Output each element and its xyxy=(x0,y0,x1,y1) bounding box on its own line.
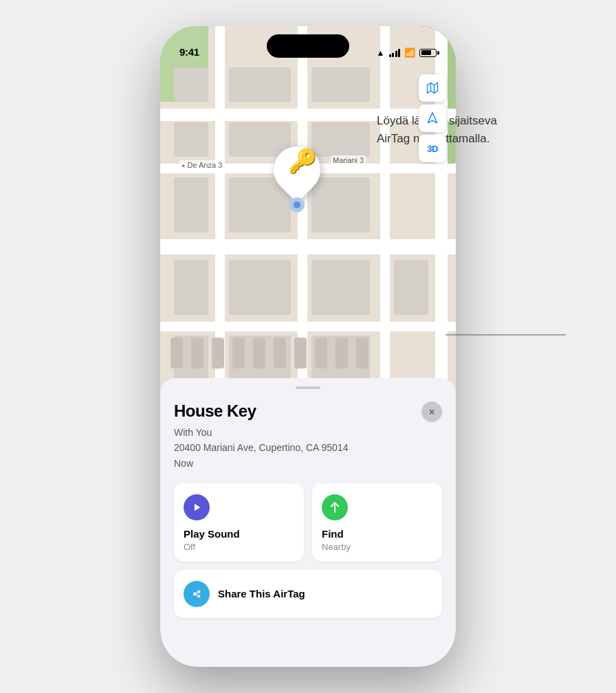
parking-spot xyxy=(356,338,368,368)
share-label: Share This AirTag xyxy=(218,588,305,600)
city-block xyxy=(174,177,208,232)
3d-button[interactable]: 3D xyxy=(419,135,446,162)
sheet-header: House Key × xyxy=(174,402,442,422)
map-type-button[interactable] xyxy=(419,74,446,102)
play-sound-sublabel: Off xyxy=(184,542,294,552)
map-label-mariani: Mariani 3 xyxy=(331,155,366,165)
device-time: Now xyxy=(174,456,442,471)
status-time: 9:41 xyxy=(179,46,199,58)
battery-icon xyxy=(419,49,437,57)
parking-spot xyxy=(191,338,204,368)
parking-spot xyxy=(315,338,327,368)
parking-spot xyxy=(294,338,307,368)
find-nearby-card[interactable]: Find Nearby xyxy=(312,483,442,562)
location-pin[interactable]: 🔑 xyxy=(274,146,320,193)
find-nearby-label: Find xyxy=(322,527,432,541)
play-sound-label: Play Sound xyxy=(184,527,294,541)
device-title: House Key xyxy=(174,402,256,421)
parking-spot xyxy=(170,338,183,368)
city-block xyxy=(394,260,428,315)
city-block xyxy=(174,260,208,315)
find-nearby-sublabel: Nearby xyxy=(322,542,432,552)
bottom-sheet: House Key × With You 20400 Mariani Ave, … xyxy=(160,378,456,667)
annotation-arrow xyxy=(446,334,569,336)
parking-area xyxy=(170,322,449,384)
parking-spot xyxy=(212,338,224,368)
location-button[interactable] xyxy=(419,104,446,132)
parking-spot xyxy=(232,338,245,368)
action-row: Play Sound Off Find Nearby xyxy=(174,483,442,562)
map-controls: 3D xyxy=(419,74,446,162)
device-info: With You 20400 Mariani Ave, Cupertino, C… xyxy=(174,425,442,471)
parking-spot xyxy=(253,338,265,368)
dynamic-island xyxy=(267,34,349,58)
parking-spot xyxy=(336,338,348,368)
share-icon xyxy=(184,581,210,607)
signal-icon xyxy=(389,49,401,57)
city-block xyxy=(174,67,208,102)
svg-marker-0 xyxy=(195,504,200,512)
find-nearby-icon xyxy=(322,494,348,520)
key-emoji: 🔑 xyxy=(288,147,317,175)
road-horizontal xyxy=(160,239,456,254)
sheet-handle xyxy=(296,386,320,389)
play-sound-icon xyxy=(184,494,210,520)
close-button[interactable]: × xyxy=(421,402,442,422)
city-block xyxy=(311,260,370,315)
map-area[interactable]: ● De Anza 3 Mariani 3 🔑 xyxy=(160,26,456,397)
svg-point-1 xyxy=(193,592,197,595)
road-horizontal xyxy=(160,109,456,121)
device-subtitle: With You xyxy=(174,425,442,440)
pin-bubble: 🔑 xyxy=(264,137,330,203)
play-sound-card[interactable]: Play Sound Off xyxy=(174,483,304,562)
phone-frame: 9:41 ▲ 📶 xyxy=(160,26,456,667)
map-background: ● De Anza 3 Mariani 3 🔑 xyxy=(160,26,456,397)
device-address: 20400 Mariani Ave, Cupertino, CA 95014 xyxy=(174,440,442,455)
share-card[interactable]: Share This AirTag xyxy=(174,570,442,618)
status-icons: ▲ 📶 xyxy=(377,47,437,58)
city-block xyxy=(311,67,370,102)
map-label-de-anza: ● De Anza 3 xyxy=(179,160,224,170)
city-block xyxy=(229,260,291,315)
city-block xyxy=(229,67,291,102)
location-icon: ▲ xyxy=(377,48,385,58)
wifi-icon: 📶 xyxy=(404,47,415,58)
city-block xyxy=(174,122,208,157)
parking-spot xyxy=(274,338,286,368)
